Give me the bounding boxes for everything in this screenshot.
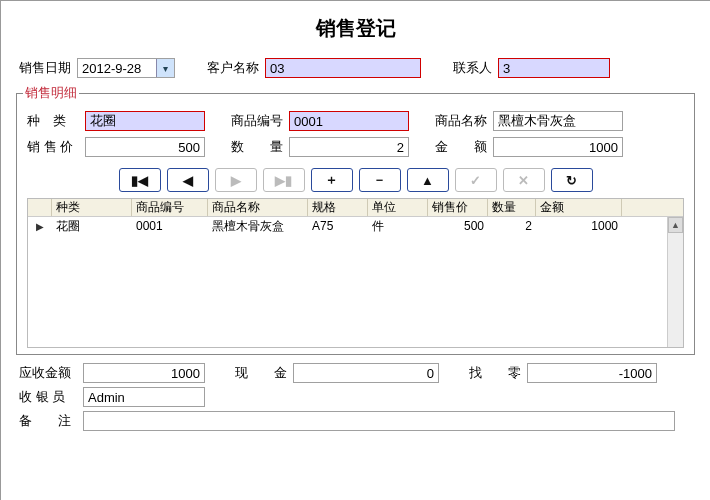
amount-input[interactable]: [493, 137, 623, 157]
cell-spec: A75: [308, 217, 368, 235]
nav-prev-button[interactable]: ◀: [167, 168, 209, 192]
col-category: 种类: [52, 199, 132, 216]
nav-add-button[interactable]: ＋: [311, 168, 353, 192]
sale-date-picker[interactable]: ▾: [77, 58, 175, 78]
col-name: 商品名称: [208, 199, 308, 216]
remark-label: 备 注: [19, 412, 77, 430]
scroll-up-icon[interactable]: ▲: [668, 217, 683, 233]
grid-header: 种类 商品编号 商品名称 规格 单位 销售价 数量 金额: [28, 199, 683, 217]
detail-fieldset: 销售明细 种 类 商品编号 商品名称 销 售 价 数 量 金 额 ▮◀ ◀ ▶ …: [16, 84, 695, 355]
code-label: 商品编号: [231, 112, 283, 130]
col-price: 销售价: [428, 199, 488, 216]
col-code: 商品编号: [132, 199, 208, 216]
qty-input[interactable]: [289, 137, 409, 157]
sale-date-input[interactable]: [78, 59, 156, 77]
price-label: 销 售 价: [27, 138, 79, 156]
chevron-down-icon[interactable]: ▾: [156, 59, 174, 77]
nav-refresh-button[interactable]: ↻: [551, 168, 593, 192]
price-input[interactable]: [85, 137, 205, 157]
grid-scrollbar[interactable]: ▲: [667, 217, 683, 347]
name-label: 商品名称: [435, 112, 487, 130]
cell-code: 0001: [132, 217, 208, 235]
col-amount: 金额: [536, 199, 622, 216]
change-label: 找 零: [469, 364, 521, 382]
contact-label: 联系人: [453, 59, 492, 77]
contact-input[interactable]: [498, 58, 610, 78]
table-row[interactable]: ▶ 花圈 0001 黑檀木骨灰盒 A75 件 500 2 1000: [28, 217, 683, 235]
record-navbar: ▮◀ ◀ ▶ ▶▮ ＋ － ▲ ✓ ✕ ↻: [23, 160, 688, 198]
cell-category: 花圈: [52, 217, 132, 235]
detail-legend: 销售明细: [23, 84, 79, 102]
col-qty: 数量: [488, 199, 536, 216]
row-indicator-icon: ▶: [28, 217, 52, 235]
nav-last-button: ▶▮: [263, 168, 305, 192]
cell-qty: 2: [488, 217, 536, 235]
cashier-input[interactable]: [83, 387, 205, 407]
page-title: 销售登记: [1, 1, 710, 56]
grid-body[interactable]: ▶ 花圈 0001 黑檀木骨灰盒 A75 件 500 2 1000 ▲: [28, 217, 683, 347]
footer-row-2: 收 银 员: [1, 385, 710, 409]
nav-cancel-button: ✕: [503, 168, 545, 192]
nav-delete-button[interactable]: －: [359, 168, 401, 192]
header-row: 销售日期 ▾ 客户名称 联系人: [1, 56, 710, 80]
col-unit: 单位: [368, 199, 428, 216]
nav-post-button: ✓: [455, 168, 497, 192]
footer-row-1: 应收金额 现 金 找 零: [1, 361, 710, 385]
customer-input[interactable]: [265, 58, 421, 78]
code-input[interactable]: [289, 111, 409, 131]
category-label: 种 类: [27, 112, 79, 130]
remark-input[interactable]: [83, 411, 675, 431]
footer-row-3: 备 注: [1, 409, 710, 433]
cell-name: 黑檀木骨灰盒: [208, 217, 308, 235]
cell-amount: 1000: [536, 217, 622, 235]
sale-date-label: 销售日期: [19, 59, 71, 77]
cash-input[interactable]: [293, 363, 439, 383]
cell-unit: 件: [368, 217, 428, 235]
nav-edit-button[interactable]: ▲: [407, 168, 449, 192]
change-input[interactable]: [527, 363, 657, 383]
due-label: 应收金额: [19, 364, 77, 382]
col-spec: 规格: [308, 199, 368, 216]
nav-first-button[interactable]: ▮◀: [119, 168, 161, 192]
amount-label: 金 额: [435, 138, 487, 156]
cell-price: 500: [428, 217, 488, 235]
cashier-label: 收 银 员: [19, 388, 77, 406]
qty-label: 数 量: [231, 138, 283, 156]
customer-label: 客户名称: [207, 59, 259, 77]
due-input[interactable]: [83, 363, 205, 383]
cash-label: 现 金: [235, 364, 287, 382]
nav-next-button: ▶: [215, 168, 257, 192]
name-input[interactable]: [493, 111, 623, 131]
category-input[interactable]: [85, 111, 205, 131]
detail-grid[interactable]: 种类 商品编号 商品名称 规格 单位 销售价 数量 金额 ▶ 花圈 0001 黑…: [27, 198, 684, 348]
